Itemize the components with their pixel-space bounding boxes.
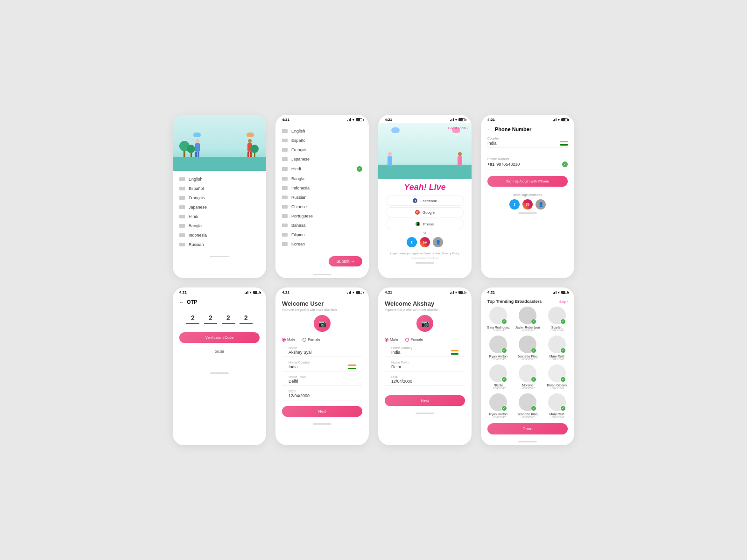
signup-phone-button[interactable]: Sign Up/Login with Phone	[487, 176, 568, 187]
male-radio-7[interactable]: Male	[385, 337, 398, 342]
lang-item2-portuguese[interactable]: Portuguese	[275, 211, 369, 221]
lang-item2-espanol[interactable]: Español	[275, 136, 369, 145]
google-login[interactable]: G Google	[386, 207, 464, 217]
lang-item-espanol[interactable]: Español	[173, 184, 266, 193]
india-flag	[560, 141, 568, 146]
male-radio-6[interactable]: Male	[282, 337, 295, 342]
instagram-icon[interactable]: ◎	[420, 237, 430, 247]
lang-item2-chinese[interactable]: Chinese	[275, 202, 369, 211]
flag2-hindi	[282, 167, 288, 171]
broadcaster-count-3: ♪ 00458547	[491, 358, 506, 361]
broadcaster-avatar-4: ✓	[519, 336, 536, 353]
lang-item-english[interactable]: English	[173, 175, 266, 184]
home-country-label-7: Home Country	[391, 346, 458, 350]
broadcaster-item-6[interactable]: ✓Nicole♪ 00458547	[485, 364, 512, 390]
lang-item2-bahasa[interactable]: Bahasa	[275, 221, 369, 230]
lang-item-bangla[interactable]: Bangla	[173, 221, 266, 231]
guest-login-link[interactable]: Guest Login ›	[448, 126, 468, 130]
female-radio-6[interactable]: Female	[303, 337, 320, 342]
lang-item2-korean[interactable]: Korean	[275, 239, 369, 249]
lang-item2-english[interactable]: English	[275, 126, 369, 136]
otp-digit-2[interactable]: 2	[204, 314, 217, 324]
broadcaster-name-5: Mary Reid	[550, 355, 564, 358]
dob-value-6[interactable]: 12/04/2000	[289, 393, 356, 398]
broadcaster-item-3[interactable]: ✓Ryan Horton♪ 00458547	[485, 336, 512, 361]
broadcaster-item-2[interactable]: ✓Scarlett♪ 00458547	[543, 307, 571, 332]
page-title-5: OTP	[187, 299, 197, 305]
facebook-login[interactable]: f Facebook	[386, 196, 464, 206]
broadcaster-item-10[interactable]: ✓Jeanette King♪ 00458547	[514, 393, 542, 419]
ground	[173, 157, 266, 171]
avatar-upload-6[interactable]: 📷	[314, 315, 331, 332]
lang-item2-francais[interactable]: Français	[275, 145, 369, 154]
broadcaster-item-8[interactable]: ✓Bryan Gibson♪ 00458547	[543, 364, 571, 390]
verify-button[interactable]: Verification Code	[179, 332, 260, 343]
dob-value-7[interactable]: 12/04/2000	[391, 379, 458, 384]
name-value-6[interactable]: Akshay Syal	[289, 350, 356, 355]
bottom-bar-3	[416, 262, 434, 264]
broadcaster-item-1[interactable]: ✓Javier Robertson♪ 00458547	[514, 307, 542, 332]
lang-item2-russian[interactable]: Russian	[275, 193, 369, 202]
home-country-value-6[interactable]: India	[289, 364, 356, 369]
status-icons-3: ▾	[450, 118, 465, 122]
broadcaster-item-7[interactable]: ✓Moreno♪ 00458547	[514, 364, 542, 390]
card-broadcasters: 4:21 ▾ Top Trending Broadcasters Skip › …	[481, 287, 574, 445]
twitter-icon-4[interactable]: t	[509, 199, 520, 210]
next-button-6[interactable]: Next	[282, 406, 362, 417]
otp-digit-3[interactable]: 2	[222, 314, 235, 324]
lang-item2-bangla[interactable]: Bangla	[275, 174, 369, 183]
status-bar-4: 4:21 ▾	[481, 115, 574, 123]
done-button[interactable]: Done	[487, 423, 568, 434]
card-welcome-akshay: 4:21 ▾ Welcome Akshay Improve the profil…	[378, 287, 472, 445]
back-arrow-4[interactable]: ←	[487, 127, 492, 132]
social-icons-row: t ◎ 👤	[378, 237, 472, 247]
lang-item2-japanese[interactable]: Japanese	[275, 154, 369, 164]
broadcaster-item-11[interactable]: ✓Mary Reid♪ 00458547	[543, 393, 571, 419]
signal-3	[450, 118, 454, 121]
broadcaster-item-9[interactable]: ✓Ryan Horton♪ 00458547	[485, 393, 512, 419]
twitter-icon[interactable]: t	[407, 237, 417, 247]
wifi-3: ▾	[455, 118, 457, 122]
home-country-label-6: Home Country	[289, 361, 356, 364]
user-icon-4[interactable]: 👤	[536, 199, 546, 210]
lang-item-japanese[interactable]: Japanese	[173, 203, 266, 212]
status-icons-7: ▾	[450, 291, 465, 294]
female-radio-7[interactable]: Female	[405, 337, 423, 342]
otp-digit-1[interactable]: 2	[186, 314, 199, 324]
lang-item-francais[interactable]: Français	[173, 193, 266, 203]
phone-number-value[interactable]: 9876543210	[496, 162, 520, 167]
flag2-japanese	[282, 157, 288, 161]
name-field-6: Name Akshay Syal	[282, 344, 362, 357]
flag2-indonesia	[282, 186, 288, 190]
user-icon[interactable]: 👤	[433, 237, 443, 247]
avatar-upload-7[interactable]: 📷	[416, 315, 433, 332]
terms-text: Login means you agree to Terms of Use , …	[378, 250, 472, 257]
lang-item-russian[interactable]: Russian	[173, 240, 266, 249]
lang-item-hindi[interactable]: Hindi	[173, 212, 266, 221]
male-dot-6	[282, 338, 286, 342]
illustration-banner	[173, 115, 266, 171]
lang-item2-indonesia[interactable]: Indonesia	[275, 183, 369, 193]
lang-item-indonesia[interactable]: Indonesia	[173, 231, 266, 240]
broadcasters-header: Top Trending Broadcasters Skip ›	[481, 295, 574, 307]
hometown-value-7[interactable]: Delhi	[391, 364, 458, 369]
submit-button[interactable]: Submit →	[329, 256, 362, 266]
hometown-value-6[interactable]: Delhi	[289, 379, 356, 384]
broadcaster-item-4[interactable]: ✓Jeanette King♪ 00458547	[514, 336, 542, 361]
bottom-bar-8	[518, 441, 537, 442]
lang-item2-hindi[interactable]: Hindi ✓	[275, 164, 369, 174]
phone-login[interactable]: 📱 Phone	[386, 219, 464, 229]
battery-6	[356, 291, 362, 294]
next-button-7[interactable]: Next	[385, 395, 465, 406]
home-country-value-7[interactable]: India	[391, 350, 458, 355]
instagram-icon-4[interactable]: ◎	[522, 199, 533, 210]
gender-group-7: Male Female	[378, 336, 472, 344]
broadcaster-item-0[interactable]: ✓Gina Rodriquez♪ 00458547	[485, 307, 512, 332]
lang-item2-filipino[interactable]: Filipino	[275, 230, 369, 239]
broadcaster-avatar-10: ✓	[519, 393, 536, 411]
skip-button[interactable]: Skip ›	[559, 300, 568, 303]
broadcaster-item-5[interactable]: ✓Mary Reid♪ 00458547	[543, 336, 571, 361]
back-arrow-5[interactable]: ←	[179, 300, 184, 305]
broadcaster-name-2: Scarlett	[551, 326, 563, 329]
otp-digit-4[interactable]: 2	[240, 314, 253, 324]
